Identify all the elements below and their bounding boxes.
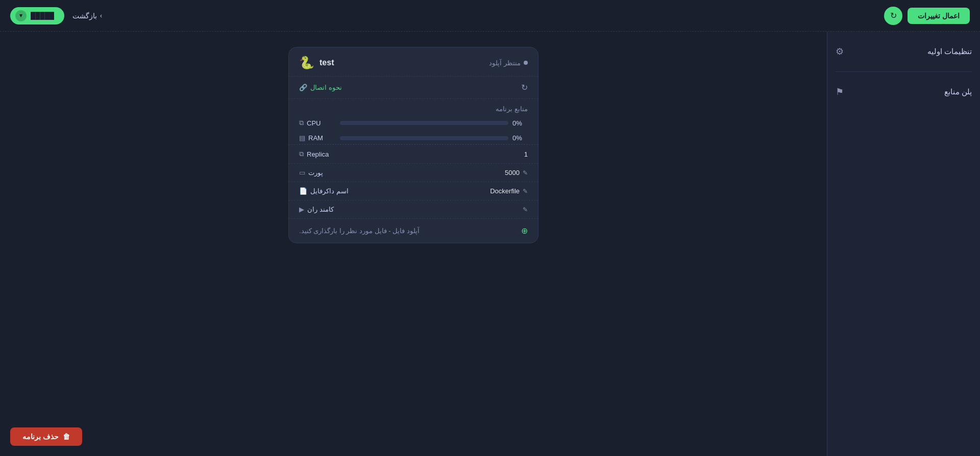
command-label: کامند ران <box>307 206 334 213</box>
ram-icon: ▤ <box>299 134 305 142</box>
ram-label: RAM <box>308 134 323 142</box>
command-edit-icon[interactable]: ✎ <box>523 206 528 213</box>
status-badge[interactable]: ▾ █████ <box>10 7 64 24</box>
card-header: منتظر آپلود test 🐍 <box>289 47 538 77</box>
status-dot <box>524 61 528 65</box>
refresh-icon: ↻ <box>890 11 897 20</box>
replica-label-side: Replica ⧉ <box>299 150 329 158</box>
resources-section: منابع برنامه 0% CPU ⧉ 0% <box>289 99 538 144</box>
ram-bar-wrap: 0% <box>340 134 528 142</box>
dockerfile-edit-icon[interactable]: ✎ <box>523 188 528 195</box>
sidebar-divider <box>836 71 972 72</box>
port-label-side: پورت ▭ <box>299 169 323 176</box>
cpu-progress-bg <box>340 121 508 125</box>
chevron-right-icon: › <box>100 12 102 19</box>
delete-button[interactable]: 🗑 حذف برنامه <box>10 427 82 446</box>
connection-label: نحوه اتصال <box>310 84 342 91</box>
right-sidebar: تنظیمات اولیه ⚙ پلن منابع ⚑ <box>827 32 980 456</box>
gear-icon: ⚙ <box>836 46 844 57</box>
ram-row: 0% RAM ▤ <box>299 134 528 144</box>
upload-area[interactable]: ⊕ آپلود فایل - فایل مورد نظر را بارگذاری… <box>289 218 538 243</box>
link-icon: 🔗 <box>299 84 307 91</box>
connection-row: ↻ نحوه اتصال 🔗 <box>289 77 538 99</box>
connection-link[interactable]: نحوه اتصال 🔗 <box>299 84 342 91</box>
replica-label: Replica <box>307 150 329 158</box>
plan-label: پلن منابع <box>944 87 972 96</box>
port-edit-icon[interactable]: ✎ <box>523 169 528 176</box>
dockerfile-row: ✎ Dockerfile اسم داکرفایل 📄 <box>289 182 538 200</box>
replica-icon: ⧉ <box>299 150 304 158</box>
cpu-label: CPU <box>307 119 321 127</box>
ram-label-side: RAM ▤ <box>299 134 335 142</box>
port-value: 5000 <box>505 169 520 176</box>
top-bar: اعمال تغییرات ↻ › بازگشت ▾ █████ <box>0 0 980 32</box>
sidebar-plan-item[interactable]: پلن منابع ⚑ <box>836 82 972 102</box>
cpu-row: 0% CPU ⧉ <box>299 119 528 127</box>
status-label: منتظر آپلود <box>489 59 521 67</box>
main-content: منتظر آپلود test 🐍 ↻ نحوه اتصال 🔗 منابع … <box>0 32 827 456</box>
port-value-wrap: ✎ 5000 <box>505 169 528 176</box>
cpu-percent: 0% <box>512 119 528 127</box>
apply-changes-button[interactable]: اعمال تغییرات <box>908 8 970 24</box>
app-status: منتظر آپلود <box>489 59 528 67</box>
upload-icon: ⊕ <box>521 226 528 236</box>
top-bar-right: › بازگشت ▾ █████ <box>10 7 102 24</box>
port-row: ✎ 5000 پورت ▭ <box>289 163 538 182</box>
ram-percent: 0% <box>512 134 528 142</box>
upload-arrow-indicator <box>288 222 289 240</box>
delete-label: حذف برنامه <box>22 433 59 441</box>
command-icon: ▶ <box>299 206 304 213</box>
dockerfile-icon: 📄 <box>299 187 307 195</box>
dropdown-arrow-icon: ▾ <box>15 10 27 21</box>
upload-text: آپلود فایل - فایل مورد نظر را بارگذاری ک… <box>299 227 420 235</box>
dockerfile-label-side: اسم داکرفایل 📄 <box>299 187 349 195</box>
replica-row: 1 Replica ⧉ <box>289 144 538 163</box>
status-label: █████ <box>31 12 54 19</box>
app-card: منتظر آپلود test 🐍 ↻ نحوه اتصال 🔗 منابع … <box>288 47 538 243</box>
command-label-side: کامند ران ▶ <box>299 206 334 213</box>
cpu-copy-icon: ⧉ <box>299 119 304 127</box>
port-label: پورت <box>308 169 323 176</box>
dockerfile-value: Dockerfile <box>490 187 520 195</box>
sidebar-settings-item[interactable]: تنظیمات اولیه ⚙ <box>836 42 972 61</box>
flag-icon: ⚑ <box>836 86 844 97</box>
cpu-bar-wrap: 0% <box>340 119 528 127</box>
cpu-label-side: CPU ⧉ <box>299 119 335 127</box>
app-name: test <box>320 58 334 67</box>
delete-icon: 🗑 <box>63 433 70 441</box>
settings-label: تنظیمات اولیه <box>927 47 972 56</box>
replica-value-wrap: 1 <box>524 150 528 158</box>
dockerfile-value-wrap: ✎ Dockerfile <box>490 187 528 195</box>
ram-progress-bg <box>340 136 508 140</box>
python-icon: 🐍 <box>299 56 314 70</box>
port-icon: ▭ <box>299 169 305 176</box>
refresh-button[interactable]: ↻ <box>884 7 902 25</box>
command-value-wrap: ✎ <box>523 206 528 213</box>
replica-value: 1 <box>524 150 528 158</box>
back-label: بازگشت <box>72 12 97 20</box>
dockerfile-label: اسم داکرفایل <box>310 187 349 195</box>
card-header-right: test 🐍 <box>299 56 334 70</box>
resources-title: منابع برنامه <box>299 105 528 113</box>
top-bar-left: اعمال تغییرات ↻ <box>884 7 970 25</box>
back-link[interactable]: › بازگشت <box>72 12 102 20</box>
connection-refresh-icon[interactable]: ↻ <box>521 83 528 92</box>
command-row: ✎ کامند ران ▶ <box>289 200 538 218</box>
